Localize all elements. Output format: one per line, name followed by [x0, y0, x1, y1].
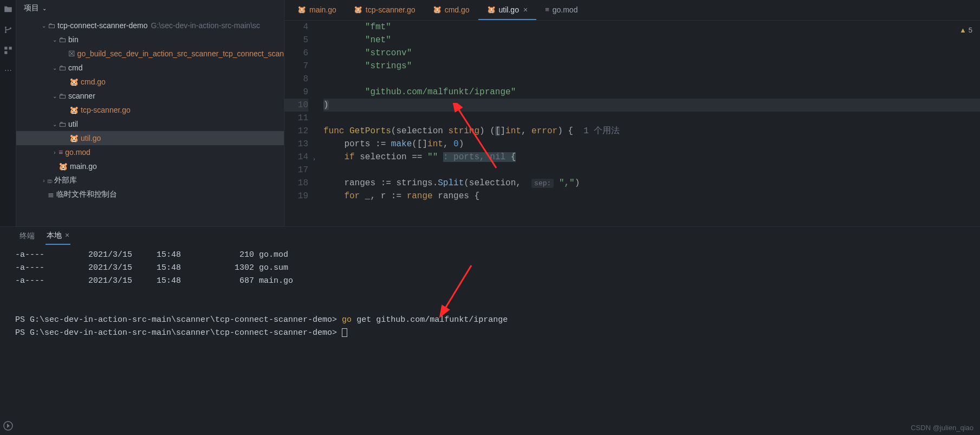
- svg-rect-3: [4, 47, 7, 49]
- tree-file-gobuild[interactable]: ☒go_build_sec_dev_in_action_src_scanner_…: [16, 47, 284, 61]
- cursor: [342, 328, 347, 337]
- svg-rect-5: [4, 51, 7, 54]
- run-icon[interactable]: [3, 421, 13, 431]
- tree-scratches[interactable]: ≣临时文件和控制台: [16, 187, 284, 202]
- mod-icon: ≡: [545, 5, 549, 14]
- terminal-panel: 终端 本地× -a---- 2021/3/15 15:48 210 go.mod…: [0, 226, 980, 435]
- tab-gomod[interactable]: ≡go.mod: [536, 0, 586, 20]
- terminal-tab-main[interactable]: 终端: [18, 228, 36, 244]
- sidebar-title[interactable]: 项目⌄: [16, 0, 284, 16]
- svg-rect-4: [9, 47, 11, 49]
- terminal-line: -a---- 2021/3/15 15:48 687 main.go: [15, 275, 965, 288]
- project-tree: ⌄🗀 tcp-connect-scanner-demo G:\sec-dev-i…: [16, 16, 284, 226]
- tree-folder-cmd[interactable]: ⌄🗀cmd: [16, 61, 284, 75]
- project-sidebar: 项目⌄ ⌄🗀 tcp-connect-scanner-demo G:\sec-d…: [16, 0, 284, 226]
- close-icon[interactable]: ×: [65, 231, 69, 239]
- go-icon: 🐹: [433, 5, 442, 14]
- structure-icon[interactable]: [3, 46, 13, 55]
- tab-tcp[interactable]: 🐹tcp-scanner.go: [345, 0, 424, 20]
- branch-icon[interactable]: [3, 25, 13, 35]
- terminal-tab-local[interactable]: 本地×: [46, 228, 70, 245]
- tree-folder-scanner[interactable]: ⌄🗀scanner: [16, 89, 284, 103]
- terminal-prompt[interactable]: PS G:\sec-dev-in-action-src-main\scanner…: [15, 327, 965, 340]
- terminal-line: -a---- 2021/3/15 15:48 1302 go.sum: [15, 262, 965, 275]
- chevron-down-icon: ⌄: [42, 5, 47, 11]
- fold-chevron-icon[interactable]: ›: [313, 153, 316, 166]
- tool-strip: ⋯: [0, 0, 16, 226]
- tree-folder-util[interactable]: ⌄🗀util: [16, 117, 284, 131]
- folder-icon[interactable]: [3, 4, 13, 14]
- editor-tabs: 🐹main.go 🐹tcp-scanner.go 🐹cmd.go 🐹util.g…: [284, 0, 980, 21]
- terminal-line: -a---- 2021/3/15 15:48 210 go.mod: [15, 249, 965, 262]
- tree-file-utilgo[interactable]: 🐹util.go: [16, 131, 284, 145]
- tree-folder-bin[interactable]: ⌄🗀bin: [16, 33, 284, 47]
- inspection-badge[interactable]: ▲5: [959, 26, 972, 34]
- code-editor[interactable]: 4567891011121314›171819 "fmt" "net" "str…: [284, 21, 980, 226]
- tree-file-cmdgo[interactable]: 🐹cmd.go: [16, 75, 284, 89]
- line-gutter: 4567891011121314›171819: [284, 21, 319, 226]
- svg-point-1: [5, 31, 7, 33]
- tree-file-maingo[interactable]: 🐹main.go: [16, 159, 284, 173]
- terminal-output[interactable]: -a---- 2021/3/15 15:48 210 go.mod -a----…: [0, 245, 980, 435]
- tab-util[interactable]: 🐹util.go×: [478, 0, 537, 20]
- svg-point-0: [5, 27, 7, 28]
- tree-project-root[interactable]: ⌄🗀 tcp-connect-scanner-demo G:\sec-dev-i…: [16, 18, 284, 33]
- tab-main[interactable]: 🐹main.go: [289, 0, 345, 20]
- warning-icon: ▲: [959, 26, 966, 34]
- more-icon[interactable]: ⋯: [4, 66, 12, 75]
- editor-pane: 🐹main.go 🐹tcp-scanner.go 🐹cmd.go 🐹util.g…: [284, 0, 980, 226]
- watermark: CSDN @julien_qiao: [911, 424, 973, 432]
- tree-file-gomod[interactable]: ›≡go.mod: [16, 145, 284, 159]
- code-content[interactable]: "fmt" "net" "strconv" "strings" "github.…: [319, 21, 980, 226]
- tree-external-libs[interactable]: ›⎄外部库: [16, 173, 284, 187]
- terminal-tabs: 终端 本地×: [0, 227, 980, 245]
- close-icon[interactable]: ×: [523, 5, 528, 14]
- go-icon: 🐹: [297, 5, 306, 14]
- tab-cmd[interactable]: 🐹cmd.go: [424, 0, 478, 20]
- go-icon: 🐹: [487, 5, 496, 14]
- tree-file-tcpscanner[interactable]: 🐹tcp-scanner.go: [16, 103, 284, 117]
- go-icon: 🐹: [354, 5, 362, 14]
- terminal-command-line: PS G:\sec-dev-in-action-src-main\scanner…: [15, 314, 965, 327]
